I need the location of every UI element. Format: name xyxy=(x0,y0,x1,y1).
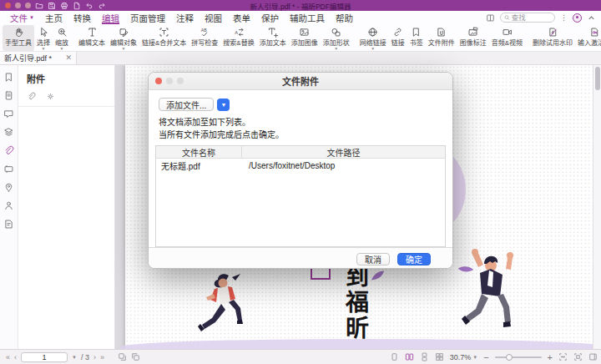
fit-width-icon[interactable] xyxy=(558,352,568,361)
toolbar-button-add-image[interactable]: 添加图像 xyxy=(289,25,321,51)
panel-toggle-icon[interactable] xyxy=(588,352,598,361)
previous-view-icon[interactable] xyxy=(118,352,127,361)
facing-page-view-icon[interactable] xyxy=(405,352,414,361)
attachments-panel: 附件 xyxy=(18,65,115,349)
save-icon[interactable] xyxy=(48,2,56,10)
toolbar-button-chain-link[interactable]: 链接 xyxy=(389,25,407,51)
window-minimize-button[interactable] xyxy=(15,3,21,8)
spacer xyxy=(552,47,553,51)
toolbar-button-hand[interactable]: 手型工具 xyxy=(3,25,34,51)
toolbar-button-remove-watermark[interactable]: 删除试用水印 xyxy=(530,25,575,51)
sidebar-button-attachments[interactable] xyxy=(3,144,16,157)
toolbar-button-edit-text[interactable]: 编辑文本 xyxy=(76,25,108,51)
menu-item[interactable]: 帮助 xyxy=(336,11,353,24)
illustration-jumping-woman xyxy=(195,272,260,344)
layout-switch-icon[interactable] xyxy=(486,13,495,23)
toolbar-button-image-annotation[interactable]: 图像标注 xyxy=(457,25,489,51)
menu-item-label: 辅助工具 xyxy=(290,12,325,24)
toolbar-button-file-attachment[interactable]: 文件附件 xyxy=(426,25,457,51)
sidebar-button-bookmark[interactable] xyxy=(3,70,16,83)
add-file-dropdown-button[interactable]: ▼ xyxy=(217,99,230,111)
window-zoom-button[interactable] xyxy=(25,3,31,8)
redo-icon[interactable] xyxy=(98,2,106,10)
open-attachment-icon[interactable] xyxy=(27,92,36,101)
scrollbar-thumb[interactable] xyxy=(595,67,600,90)
chevron-down-icon: ▼ xyxy=(29,15,34,20)
single-page-view-icon[interactable] xyxy=(390,352,399,361)
page-number-input[interactable]: 1 xyxy=(21,352,68,362)
toolbar-button-bookmark[interactable]: 书签 xyxy=(407,25,426,51)
attachment-row[interactable]: 无标题.pdf/Users/foxitnet/Desktop xyxy=(156,159,445,173)
column-header-filename[interactable]: 文件名称 xyxy=(156,146,242,158)
collapse-toolbar-icon[interactable] xyxy=(587,13,596,23)
toolbar-button-web-link[interactable]: 网络链接▼ xyxy=(357,25,389,51)
window-close-button[interactable] xyxy=(5,3,11,8)
menu-item[interactable]: 主页 xyxy=(45,11,63,24)
svg-text:AB: AB xyxy=(200,28,207,33)
menu-item[interactable]: 文件▼ xyxy=(10,11,34,24)
dialog-close-button[interactable] xyxy=(155,78,162,84)
account-avatar[interactable] xyxy=(573,13,582,23)
toolbar-button-activation-code[interactable]: 输入激活码 xyxy=(575,25,601,51)
sidebar-button-signature[interactable] xyxy=(3,199,16,212)
column-header-filepath[interactable]: 文件路径 xyxy=(242,146,445,158)
sidebar-button-comments[interactable] xyxy=(3,107,16,120)
sidebar-button-destinations[interactable] xyxy=(3,180,16,194)
menu-item[interactable]: 转换 xyxy=(73,11,91,24)
page-dropdown-caret-icon[interactable]: ▼ xyxy=(72,355,77,360)
next-page-icon[interactable]: › xyxy=(93,353,96,361)
sidebar-button-articles[interactable] xyxy=(3,217,16,230)
sidebar-button-layers[interactable] xyxy=(3,125,16,139)
zoom-slider[interactable] xyxy=(495,356,542,358)
chain-link-icon xyxy=(392,27,403,38)
grid-view-icon[interactable] xyxy=(435,352,444,361)
zoom-out-button[interactable]: − xyxy=(483,353,488,361)
toolbar-button-spell-check[interactable]: AB拼写检查 xyxy=(189,25,220,51)
toolbar-button-add-text[interactable]: 添加文本 xyxy=(257,25,289,51)
toolbar-button-audio-video[interactable]: 音频&视频 xyxy=(489,25,525,51)
last-page-icon[interactable]: » xyxy=(100,353,104,361)
new-document-icon[interactable] xyxy=(73,2,81,10)
toolbar-button-zoom-plus[interactable]: 缩放▼ xyxy=(53,25,71,51)
activation-code-icon xyxy=(589,27,600,38)
cancel-button[interactable]: 取消 xyxy=(356,253,390,265)
sidebar-button-page-thumbnails[interactable] xyxy=(3,88,16,102)
toolbar-button-cursor[interactable]: 选择▼ xyxy=(34,25,53,51)
comments-icon xyxy=(3,109,14,119)
search-box[interactable] xyxy=(500,13,555,23)
continuous-view-icon[interactable] xyxy=(420,352,429,361)
page-total-label: / 3 xyxy=(81,353,89,361)
next-view-icon[interactable] xyxy=(131,352,140,361)
sidebar-button-form-fields[interactable] xyxy=(3,162,16,175)
menu-item-label: 文件 xyxy=(10,12,28,24)
ok-button[interactable]: 确定 xyxy=(397,253,431,265)
zoom-in-button[interactable]: + xyxy=(548,353,553,361)
vertical-scrollbar[interactable] xyxy=(593,65,601,349)
menu-item[interactable]: 页面管理 xyxy=(130,11,165,24)
menu-item[interactable]: 注释 xyxy=(176,11,194,24)
menu-item[interactable]: 编辑 xyxy=(102,11,119,24)
search-input[interactable] xyxy=(512,13,551,22)
add-file-button[interactable]: 添加文件... xyxy=(159,98,214,111)
fit-page-icon[interactable] xyxy=(573,352,583,361)
zoom-slider-knob[interactable] xyxy=(506,354,513,361)
zoom-level-control[interactable]: 30.7% ▼ xyxy=(450,353,477,361)
previous-page-icon[interactable]: ‹ xyxy=(14,353,17,361)
menu-item[interactable]: 保护 xyxy=(261,11,279,24)
print-icon[interactable] xyxy=(60,2,68,10)
document-tab[interactable]: 新人引导.pdf * ✕ xyxy=(0,52,77,64)
menu-item[interactable]: 视图 xyxy=(205,11,222,24)
open-file-icon[interactable] xyxy=(35,2,43,10)
toolbar-button-edit-object[interactable]: 编辑对象▼ xyxy=(108,25,139,51)
first-page-icon[interactable]: « xyxy=(6,353,10,361)
menu-item[interactable]: 表单 xyxy=(233,11,250,24)
toolbar-button-search-replace[interactable]: A搜索&替换 xyxy=(220,25,256,51)
tab-close-icon[interactable]: ✕ xyxy=(65,54,72,62)
kebab-menu-icon[interactable]: ⋮ xyxy=(560,13,568,22)
menu-item[interactable]: 辅助工具 xyxy=(290,11,325,24)
undo-icon[interactable] xyxy=(85,2,93,10)
attachment-settings-icon[interactable] xyxy=(46,92,55,101)
toolbar-button-link-merge-text[interactable]: 链接&合并文本 xyxy=(139,25,189,51)
toolbar-button-add-shape[interactable]: 添加形状▼ xyxy=(321,25,352,51)
image-annotation-icon xyxy=(467,27,478,38)
